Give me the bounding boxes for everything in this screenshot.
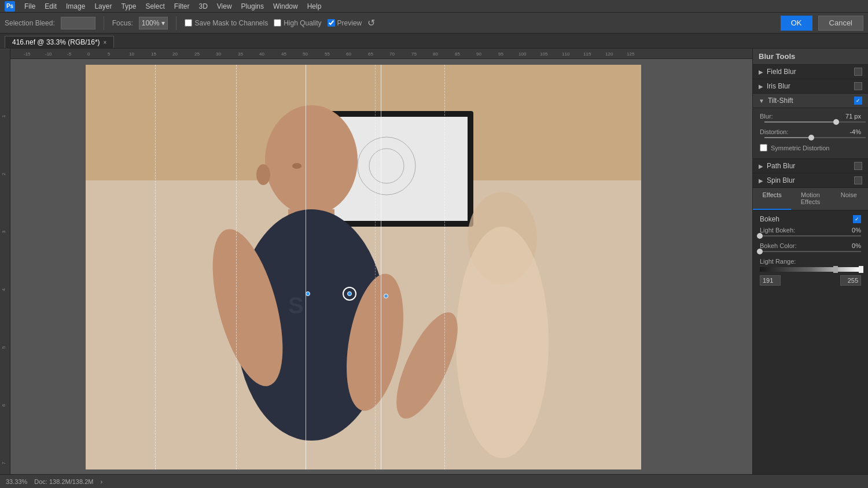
menu-3d[interactable]: 3D xyxy=(198,2,207,10)
svg-point-47 xyxy=(256,164,270,185)
svg-text:-5: -5 xyxy=(67,51,72,57)
menu-type[interactable]: Type xyxy=(121,2,136,10)
blur-slider[interactable] xyxy=(764,121,866,123)
ruler-horizontal: -15 -10 -5 0 5 10 15 20 25 30 35 40 45 5… xyxy=(10,49,752,59)
light-bokeh-thumb[interactable] xyxy=(757,233,763,239)
svg-text:5: 5 xyxy=(1,346,6,349)
tab-bar: 416.nef @ 33.3% (RGB/16*) × xyxy=(0,34,868,49)
light-range-track-container[interactable] xyxy=(760,267,861,272)
ruler-vertical: 1 2 3 4 5 6 7 xyxy=(0,49,10,474)
svg-text:3: 3 xyxy=(1,230,6,233)
preview-checkbox-label[interactable]: Preview xyxy=(328,19,362,27)
save-mask-checkbox[interactable] xyxy=(185,19,192,27)
blur-param-value: 71 px xyxy=(845,113,861,120)
tilt-shift-item[interactable]: ▼ Tilt-Shift ✓ xyxy=(753,94,868,108)
svg-text:4: 4 xyxy=(1,288,6,291)
bokeh-color-thumb[interactable] xyxy=(757,249,763,254)
menu-edit[interactable]: Edit xyxy=(45,2,57,10)
iris-blur-checkbox[interactable] xyxy=(854,82,862,90)
reset-button[interactable]: ↺ xyxy=(367,17,375,28)
bokeh-color-slider[interactable] xyxy=(760,251,861,252)
bokeh-color-label: Bokeh Color: xyxy=(760,242,852,249)
svg-text:70: 70 xyxy=(389,51,395,57)
effects-tab-noise[interactable]: Noise xyxy=(830,188,868,210)
tab-title: 416.nef @ 33.3% (RGB/16*) xyxy=(12,38,100,46)
menu-view[interactable]: View xyxy=(217,2,232,10)
path-blur-item[interactable]: ▶ Path Blur xyxy=(753,159,868,173)
menu-window[interactable]: Window xyxy=(273,2,298,10)
effects-tabs: Effects Motion Effects Noise xyxy=(753,188,868,210)
high-quality-checkbox-label[interactable]: High Quality xyxy=(274,19,321,27)
symmetric-distortion-row[interactable]: Symmetric Distortion xyxy=(760,144,861,151)
light-range-right-input[interactable]: 255 xyxy=(840,275,861,286)
path-blur-checkbox[interactable] xyxy=(854,162,862,170)
high-quality-checkbox[interactable] xyxy=(274,19,281,27)
status-bar: 33.33% Doc: 138.2M/138.2M › xyxy=(0,474,868,488)
divider-1 xyxy=(104,16,104,30)
focus-select[interactable]: 100% ▾ xyxy=(139,17,168,29)
photo-canvas[interactable]: S xyxy=(86,65,641,469)
path-blur-chevron-icon: ▶ xyxy=(759,163,763,169)
light-bokeh-slider[interactable] xyxy=(760,235,861,236)
canvas-container[interactable]: S xyxy=(10,59,752,474)
light-range-thumb-right[interactable] xyxy=(859,266,863,273)
save-mask-checkbox-label[interactable]: Save Mask to Channels xyxy=(185,19,268,27)
menu-select[interactable]: Select xyxy=(145,2,164,10)
canvas-area[interactable]: -15 -10 -5 0 5 10 15 20 25 30 35 40 45 5… xyxy=(10,49,752,474)
svg-text:45: 45 xyxy=(281,51,286,57)
light-range-values: 191 255 xyxy=(760,275,861,286)
svg-text:5: 5 xyxy=(108,51,111,57)
menu-bar: Ps File Edit Image Layer Type Select Fil… xyxy=(0,0,868,13)
blur-param-label: Blur: xyxy=(760,113,845,120)
path-blur-label: Path Blur xyxy=(767,162,854,170)
high-quality-label: High Quality xyxy=(284,19,321,27)
svg-point-46 xyxy=(292,163,301,169)
light-range-thumb-left[interactable] xyxy=(833,266,838,273)
svg-text:1: 1 xyxy=(1,114,6,117)
svg-text:15: 15 xyxy=(151,51,156,57)
blur-slider-thumb[interactable] xyxy=(833,119,839,125)
cancel-button[interactable]: Cancel xyxy=(818,16,863,31)
ok-button[interactable]: OK xyxy=(781,16,812,31)
selection-bleed-input[interactable] xyxy=(61,17,95,29)
bokeh-section: Bokeh ✓ Light Bokeh: 0% Bokeh Color: 0% xyxy=(753,210,868,290)
status-arrow-icon[interactable]: › xyxy=(100,478,102,485)
symmetric-distortion-checkbox[interactable] xyxy=(760,144,767,151)
effects-tab-motion[interactable]: Motion Effects xyxy=(791,188,829,210)
divider-2 xyxy=(176,16,176,30)
bokeh-checkbox[interactable]: ✓ xyxy=(853,215,861,223)
spin-blur-chevron-icon: ▶ xyxy=(759,178,763,184)
bokeh-color-slider-row xyxy=(760,251,861,252)
distortion-param-value: -4% xyxy=(849,128,861,135)
menu-filter[interactable]: Filter xyxy=(174,2,190,10)
light-bokeh-header: Light Bokeh: 0% xyxy=(760,227,861,234)
preview-checkbox[interactable] xyxy=(328,19,335,27)
document-tab[interactable]: 416.nef @ 33.3% (RGB/16*) × xyxy=(5,36,114,48)
effects-tab-effects[interactable]: Effects xyxy=(753,188,791,210)
field-blur-item[interactable]: ▶ Field Blur xyxy=(753,65,868,79)
svg-text:6: 6 xyxy=(1,404,6,406)
light-range-left-input[interactable]: 191 xyxy=(760,275,781,286)
focus-value: 100% xyxy=(142,19,160,27)
focus-chevron-icon: ▾ xyxy=(161,19,165,27)
menu-file[interactable]: File xyxy=(24,2,35,10)
tilt-line-3 xyxy=(306,65,306,469)
svg-text:50: 50 xyxy=(303,51,308,57)
blur-tools-panel: Blur Tools ▶ Field Blur ▶ Iris Blur ▼ Ti… xyxy=(753,49,868,188)
menu-help[interactable]: Help xyxy=(307,2,322,10)
field-blur-checkbox[interactable] xyxy=(854,68,862,76)
tab-close-button[interactable]: × xyxy=(104,39,107,46)
toolbar: Selection Bleed: Focus: 100% ▾ Save Mask… xyxy=(0,13,868,34)
svg-text:80: 80 xyxy=(433,51,438,57)
spin-blur-item[interactable]: ▶ Spin Blur xyxy=(753,173,868,188)
menu-plugins[interactable]: Plugins xyxy=(241,2,264,10)
menu-image[interactable]: Image xyxy=(66,2,85,10)
iris-blur-item[interactable]: ▶ Iris Blur xyxy=(753,79,868,94)
tilt-shift-checkbox[interactable]: ✓ xyxy=(854,97,862,105)
distortion-slider[interactable] xyxy=(764,137,866,138)
distortion-slider-thumb[interactable] xyxy=(808,135,814,141)
spin-blur-checkbox[interactable] xyxy=(854,176,862,184)
effects-panel: Effects Motion Effects Noise Bokeh ✓ Lig… xyxy=(753,188,868,290)
svg-text:85: 85 xyxy=(455,51,460,57)
menu-layer[interactable]: Layer xyxy=(94,2,112,10)
